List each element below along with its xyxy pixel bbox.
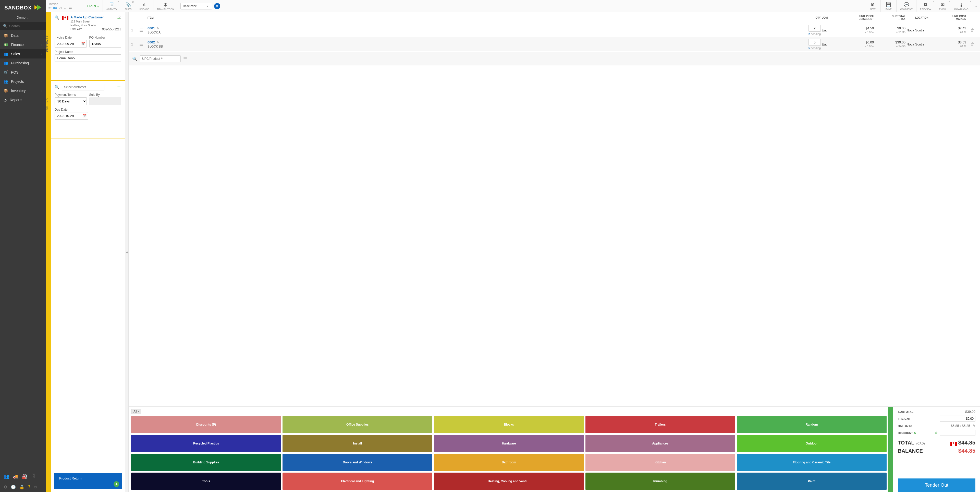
price-list-select[interactable]: BasePrice ▾ <box>180 3 212 10</box>
ribbon-transaction-button[interactable]: $TRANSACTION <box>153 0 178 12</box>
line-menu-button[interactable]: ☰ <box>139 42 146 47</box>
qty-input[interactable] <box>808 39 821 46</box>
category-tile[interactable]: Hardware <box>434 435 584 452</box>
category-breadcrumb[interactable]: All › <box>131 409 141 414</box>
ribbon-files-button[interactable]: 0📎FILES <box>121 0 135 12</box>
tenant-switcher[interactable]: Demo ⌄ <box>0 14 46 22</box>
prev-doc-button[interactable]: ⏮ <box>63 6 67 10</box>
ribbon-activity-button[interactable]: 4📄ACTIVITY <box>103 0 121 12</box>
pending-label: 5 pending <box>803 46 821 50</box>
ribbon-preview-button[interactable]: ⌄🖶PREVIEW <box>916 0 935 12</box>
logout-icon[interactable]: ⎋ <box>34 485 37 489</box>
search-icon[interactable]: 🔍 <box>55 85 59 89</box>
category-tile[interactable]: Discounts (P) <box>131 416 281 433</box>
category-tile[interactable]: Install <box>283 435 432 452</box>
nav-item-purchasing[interactable]: 👥Purchasing› <box>0 59 46 68</box>
nav-item-finance[interactable]: 💵Finance› <box>0 40 46 49</box>
calendar-icon[interactable]: 📅 <box>83 114 86 118</box>
truck-icon[interactable]: 🚚 <box>13 474 18 479</box>
next-doc-button[interactable]: ⏭ <box>68 6 73 10</box>
freight-input[interactable] <box>940 415 975 422</box>
status-dropdown[interactable]: OPEN ⌄ <box>84 0 103 12</box>
edit-icon[interactable]: ✎ <box>156 27 159 30</box>
delete-line-button[interactable]: 🗑 <box>967 42 977 46</box>
ribbon-download-button[interactable]: ⌄⭳DOWNLOAD <box>951 0 972 12</box>
collapse-panel-button[interactable]: ◀ <box>125 12 129 492</box>
users-icon[interactable]: 👥 <box>3 474 9 479</box>
doc-id[interactable]: 104 <box>51 6 57 10</box>
discount-add-icon[interactable]: ⊕ <box>935 431 938 434</box>
nav-item-projects[interactable]: 👥Projects› <box>0 77 46 86</box>
category-tile[interactable]: Random <box>737 416 886 433</box>
category-tile[interactable]: Flooring and Ceramic Tile <box>737 454 886 471</box>
chevron-down-icon[interactable]: ⌄ <box>970 0 972 2</box>
clock-icon[interactable]: 🕘 <box>11 485 16 489</box>
ribbon-lineage-button[interactable]: ⋔LINEAGE <box>135 0 153 12</box>
category-tile[interactable]: Kitchen <box>585 454 735 471</box>
category-tile[interactable]: Paint <box>737 473 886 490</box>
category-tile[interactable]: Plumbing <box>585 473 735 490</box>
category-tile[interactable]: Office Supplies <box>283 416 432 433</box>
category-tile[interactable]: Doors and Windows <box>283 454 432 471</box>
category-tile[interactable]: Building Supplies <box>131 454 281 471</box>
ribbon-new-button[interactable]: 🗎NEW <box>865 0 880 12</box>
po-input[interactable] <box>89 40 121 48</box>
category-tile[interactable]: Electrical and Lighting <box>283 473 432 490</box>
payment-terms-select[interactable]: 30 Days <box>55 97 87 105</box>
add-billing-customer-button[interactable]: ＋ <box>116 83 122 90</box>
product-return-button[interactable]: Product Return ＋ <box>54 473 122 489</box>
project-input[interactable] <box>55 54 121 62</box>
edit-icon[interactable]: ✎ <box>156 41 159 44</box>
discount-currency-icon[interactable]: $ <box>914 431 916 435</box>
tender-out-button[interactable]: Tender Out <box>898 478 975 492</box>
archive-icon[interactable]: 🗄 <box>31 474 36 479</box>
help-icon[interactable]: ? <box>28 485 30 489</box>
search-icon[interactable]: 🔍 <box>132 56 137 61</box>
chevron-down-icon[interactable]: ⌄ <box>932 0 934 2</box>
discount-input[interactable] <box>940 430 975 436</box>
search-input[interactable] <box>9 24 52 28</box>
global-search[interactable]: 🔍 <box>0 22 46 30</box>
add-customer-button[interactable]: ＋ <box>116 14 122 22</box>
ribbon-more-button[interactable]: ⌄ <box>972 0 980 12</box>
category-tile[interactable]: Heating, Cooling and Ventil... <box>434 473 584 490</box>
side-tab-billing[interactable]: BILLING <box>46 75 51 133</box>
billing-customer-input[interactable] <box>62 84 104 90</box>
tender-label: Tender Out <box>925 482 948 488</box>
chevron-down-icon[interactable]: ⌄ <box>948 0 950 2</box>
side-tab-customer[interactable]: CUSTOMER <box>46 12 51 75</box>
factory-icon[interactable]: 🏭 <box>22 474 27 479</box>
list-icon[interactable]: ☰ <box>183 56 187 62</box>
customer-name-link[interactable]: A Made Up Customer <box>70 15 116 19</box>
edit-hst-button[interactable]: ✎ <box>973 424 975 428</box>
category-tile[interactable]: Trailers <box>585 416 735 433</box>
nav-item-pos[interactable]: 🛒POS <box>0 68 46 77</box>
ribbon-comment-button[interactable]: 💬COMMENT <box>896 0 916 12</box>
calendar-icon[interactable]: 📅 <box>81 42 85 45</box>
category-tile[interactable]: Bathroom <box>434 454 584 471</box>
nav-item-reports[interactable]: ◔Reports <box>0 95 46 104</box>
new-icon: 🗎 <box>870 2 875 7</box>
ribbon-email-button[interactable]: ⌄✉EMAIL <box>935 0 951 12</box>
nav-item-sales[interactable]: 👥Sales› <box>0 49 46 59</box>
nav-item-inventory[interactable]: 📦Inventory› <box>0 86 46 95</box>
qty-input[interactable] <box>808 25 821 32</box>
category-tile[interactable]: Outdoor <box>737 435 886 452</box>
lock-icon[interactable]: 🔒 <box>19 485 24 489</box>
upc-input[interactable] <box>140 56 181 62</box>
nav-item-data[interactable]: 📦Data› <box>0 31 46 40</box>
category-tile[interactable]: Appliances <box>585 435 735 452</box>
ribbon-save-button[interactable]: 💾SAVE <box>880 0 896 12</box>
category-scroll-handle[interactable]: › <box>888 407 893 492</box>
add-line-button[interactable]: ＋ <box>189 56 194 62</box>
category-tile[interactable]: Tools <box>131 473 281 490</box>
item-code-link[interactable]: 0001 ✎ <box>148 26 159 30</box>
line-menu-button[interactable]: ☰ <box>139 28 146 33</box>
category-tile[interactable]: Recycled Plastics <box>131 435 281 452</box>
calculator-button[interactable]: 🖩 <box>214 3 220 9</box>
search-icon[interactable]: 🔍 <box>55 15 59 20</box>
category-tile[interactable]: Blocks <box>434 416 584 433</box>
delete-line-button[interactable]: 🗑 <box>967 28 977 32</box>
item-code-link[interactable]: 0002 ✎ <box>148 40 159 44</box>
gear-icon[interactable]: ⚙ <box>3 485 7 489</box>
